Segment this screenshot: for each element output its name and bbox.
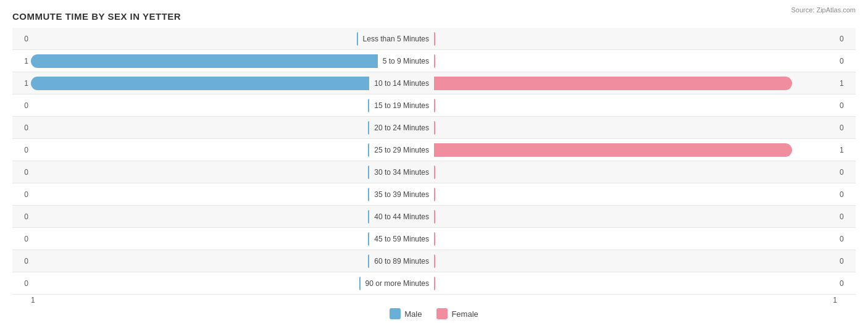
female-bar xyxy=(434,54,435,68)
left-value: 0 xyxy=(12,101,31,110)
footer-right-value: 1 xyxy=(833,296,837,304)
row-label: 20 to 24 Minutes xyxy=(369,124,434,132)
legend: Male Female xyxy=(12,308,856,319)
bar-row: 0 15 to 19 Minutes 0 xyxy=(12,94,856,117)
male-side: 30 to 34 Minutes xyxy=(31,161,434,183)
bars-wrapper: 5 to 9 Minutes xyxy=(31,50,837,72)
male-side: 5 to 9 Minutes xyxy=(31,50,434,72)
female-bar xyxy=(434,210,435,224)
female-side xyxy=(434,161,837,183)
female-side xyxy=(434,28,837,49)
bars-wrapper: 45 to 59 Minutes xyxy=(31,228,837,250)
female-bar xyxy=(434,32,435,46)
chart-title: COMMUTE TIME BY SEX IN YETTER xyxy=(12,11,856,22)
female-side xyxy=(434,183,837,205)
female-bar xyxy=(434,77,792,90)
female-bar xyxy=(434,188,435,201)
right-value: 0 xyxy=(837,257,856,266)
left-value: 0 xyxy=(12,35,31,43)
bar-row: 0 35 to 39 Minutes 0 xyxy=(12,183,856,206)
male-side: 10 to 14 Minutes xyxy=(31,72,434,94)
left-value: 1 xyxy=(12,79,31,88)
male-side: 35 to 39 Minutes xyxy=(31,183,434,205)
male-side: Less than 5 Minutes xyxy=(31,28,434,49)
left-value: 0 xyxy=(12,190,31,199)
row-label: 60 to 89 Minutes xyxy=(369,257,434,266)
bar-row: 1 5 to 9 Minutes 0 xyxy=(12,50,856,72)
female-bar xyxy=(434,277,435,290)
legend-male: Male xyxy=(390,308,422,319)
female-side xyxy=(434,250,837,272)
female-bar xyxy=(434,99,435,112)
row-label: 90 or more Minutes xyxy=(361,279,434,288)
bar-row: 0 40 to 44 Minutes 0 xyxy=(12,206,856,228)
female-side xyxy=(434,94,837,116)
row-label: 5 to 9 Minutes xyxy=(378,57,434,65)
row-label: 35 to 39 Minutes xyxy=(369,190,434,199)
female-color-box xyxy=(436,308,448,319)
bars-wrapper: 35 to 39 Minutes xyxy=(31,183,837,205)
bars-wrapper: 25 to 29 Minutes xyxy=(31,139,837,161)
legend-female: Female xyxy=(436,308,478,319)
left-value: 0 xyxy=(12,124,31,132)
male-side: 20 to 24 Minutes xyxy=(31,117,434,138)
bars-wrapper: 10 to 14 Minutes xyxy=(31,72,837,94)
left-value: 0 xyxy=(12,235,31,243)
row-label: 10 to 14 Minutes xyxy=(369,79,434,88)
right-value: 1 xyxy=(837,79,856,88)
chart-container: COMMUTE TIME BY SEX IN YETTER Source: Zi… xyxy=(0,0,868,323)
male-side: 40 to 44 Minutes xyxy=(31,206,434,227)
right-value: 0 xyxy=(837,235,856,243)
left-value: 0 xyxy=(12,257,31,266)
right-value: 1 xyxy=(837,146,856,154)
bar-row: 0 25 to 29 Minutes 1 xyxy=(12,139,856,161)
footer-left-value: 1 xyxy=(31,296,35,304)
row-label: 15 to 19 Minutes xyxy=(369,101,434,110)
female-label: Female xyxy=(451,309,478,319)
female-side xyxy=(434,228,837,250)
male-bar xyxy=(31,54,378,68)
bars-wrapper: 20 to 24 Minutes xyxy=(31,117,837,138)
left-value: 0 xyxy=(12,168,31,177)
male-color-box xyxy=(390,308,401,319)
male-label: Male xyxy=(404,309,422,319)
bar-row: 0 20 to 24 Minutes 0 xyxy=(12,117,856,139)
row-label: 45 to 59 Minutes xyxy=(369,235,434,243)
footer-row: 1 1 xyxy=(12,295,856,304)
bars-wrapper: 60 to 89 Minutes xyxy=(31,250,837,272)
left-value: 1 xyxy=(12,57,31,65)
male-bar xyxy=(31,77,369,90)
female-side xyxy=(434,272,837,294)
female-bar xyxy=(434,143,792,157)
female-side xyxy=(434,117,837,138)
bar-row: 0 60 to 89 Minutes 0 xyxy=(12,250,856,272)
right-value: 0 xyxy=(837,190,856,199)
bar-row: 0 30 to 34 Minutes 0 xyxy=(12,161,856,183)
female-side xyxy=(434,50,837,72)
right-value: 0 xyxy=(837,57,856,65)
left-value: 0 xyxy=(12,279,31,288)
bar-row: 0 Less than 5 Minutes 0 xyxy=(12,28,856,50)
right-value: 0 xyxy=(837,124,856,132)
bars-wrapper: 15 to 19 Minutes xyxy=(31,94,837,116)
bars-wrapper: 30 to 34 Minutes xyxy=(31,161,837,183)
right-value: 0 xyxy=(837,168,856,177)
right-value: 0 xyxy=(837,212,856,221)
bars-wrapper: Less than 5 Minutes xyxy=(31,28,837,49)
right-value: 0 xyxy=(837,35,856,43)
female-bar xyxy=(434,232,435,246)
row-label: Less than 5 Minutes xyxy=(358,35,434,43)
bars-wrapper: 90 or more Minutes xyxy=(31,272,837,294)
male-side: 25 to 29 Minutes xyxy=(31,139,434,161)
male-side: 45 to 59 Minutes xyxy=(31,228,434,250)
bar-row: 0 45 to 59 Minutes 0 xyxy=(12,228,856,250)
bar-row: 1 10 to 14 Minutes 1 xyxy=(12,72,856,94)
female-bar xyxy=(434,254,435,268)
left-value: 0 xyxy=(12,212,31,221)
source-label: Source: ZipAtlas.com xyxy=(791,6,856,14)
bars-wrapper: 40 to 44 Minutes xyxy=(31,206,837,227)
male-side: 90 or more Minutes xyxy=(31,272,434,294)
female-side xyxy=(434,206,837,227)
left-value: 0 xyxy=(12,146,31,154)
row-label: 40 to 44 Minutes xyxy=(369,212,434,221)
